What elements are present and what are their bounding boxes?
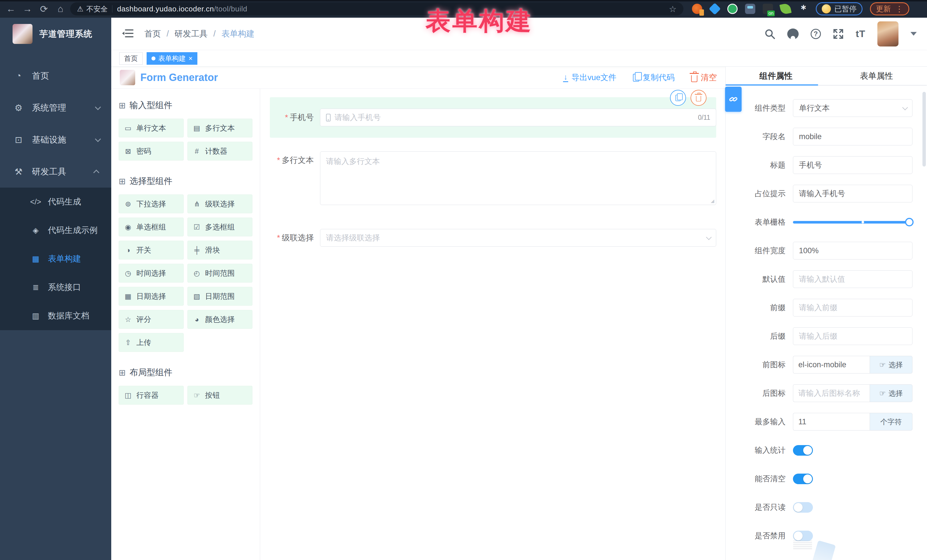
- canvas-field-多行文本[interactable]: *多行文本请输入多行文本◢: [270, 152, 716, 205]
- browser-menu-icon[interactable]: ⋮: [895, 4, 903, 14]
- palette-item-单行文本[interactable]: ▭单行文本: [119, 118, 184, 137]
- user-avatar[interactable]: [877, 21, 898, 47]
- sidebar-item-系统管理[interactable]: ⚙系统管理: [0, 92, 111, 124]
- fullscreen-icon[interactable]: [833, 29, 844, 39]
- paused-extension-pill[interactable]: 已暂停: [816, 2, 863, 15]
- scrollbar-thumb[interactable]: [922, 92, 926, 167]
- palette-item-行容器[interactable]: ◫行容器: [119, 386, 184, 405]
- toggle-输入统计[interactable]: [793, 445, 813, 456]
- select-input[interactable]: 请选择级联选择: [320, 229, 716, 247]
- prop-input-默认值[interactable]: 请输入默认值: [793, 270, 912, 288]
- extension-icon[interactable]: [727, 4, 738, 14]
- 导出vue文件-button[interactable]: ↓导出vue文件: [563, 72, 616, 83]
- prop-input-前图标[interactable]: el-icon-mobile: [793, 356, 870, 373]
- sidebar-subitem-代码生成[interactable]: </>代码生成: [0, 188, 111, 216]
- palette-item-日期选择[interactable]: ▦日期选择: [119, 287, 184, 306]
- github-icon[interactable]: [787, 29, 799, 39]
- palette-item-时间选择[interactable]: ◷时间选择: [119, 264, 184, 282]
- address-bar[interactable]: ⚠ 不安全 dashboard.yudao.iocoder.cn/tool/bu…: [70, 2, 684, 15]
- textarea-input[interactable]: 请输入多行文本◢: [320, 152, 716, 205]
- canvas-field-级联选择[interactable]: *级联选择请选择级联选择: [270, 229, 716, 247]
- extension-icon[interactable]: [709, 3, 721, 15]
- app-logo-row[interactable]: 芋道管理系统: [0, 18, 111, 50]
- prop-input-前缀[interactable]: 请输入前缀: [793, 299, 912, 317]
- delete-field-button[interactable]: [690, 90, 707, 106]
- prop-input-占位提示[interactable]: 请输入手机号: [793, 185, 912, 202]
- user-menu-caret-icon[interactable]: [910, 32, 917, 36]
- 复制代码-button[interactable]: 复制代码: [633, 72, 675, 83]
- back-icon[interactable]: ←: [4, 3, 18, 14]
- prop-input-标题[interactable]: 手机号: [793, 156, 912, 174]
- bookmark-star-icon[interactable]: ☆: [669, 4, 676, 14]
- toggle-能否清空[interactable]: [793, 473, 813, 484]
- palette-item-评分[interactable]: ☆评分: [119, 310, 184, 329]
- palette-item-上传[interactable]: ⇧上传: [119, 333, 184, 352]
- palette-item-多选框组[interactable]: ☑多选框组: [187, 217, 252, 237]
- font-size-icon[interactable]: tT: [856, 28, 865, 39]
- breadcrumb-item[interactable]: 首页: [144, 28, 161, 39]
- duplicate-field-button[interactable]: [670, 90, 686, 106]
- site-security-warning[interactable]: ⚠ 不安全: [77, 4, 108, 14]
- palette-item-下拉选择[interactable]: ⊚下拉选择: [119, 194, 184, 213]
- prop-input-后图标[interactable]: 请输入后图标名称: [793, 384, 870, 402]
- extension-icon[interactable]: [763, 4, 773, 14]
- close-icon[interactable]: ×: [188, 55, 193, 62]
- prop-input-字段名[interactable]: mobile: [793, 128, 912, 146]
- scrollbar[interactable]: [922, 87, 926, 560]
- toggle-是否只读[interactable]: [793, 502, 813, 513]
- sidebar-subitem-表单构建[interactable]: ▦表单构建: [0, 244, 111, 273]
- prop-input-group-前图标: el-icon-mobile☞选择: [793, 356, 912, 373]
- slider-handle[interactable]: [905, 218, 913, 226]
- form-canvas[interactable]: *手机号请输入手机号0/11*多行文本请输入多行文本◢*级联选择请选择级联选择: [260, 89, 725, 560]
- canvas-field-手机号[interactable]: *手机号请输入手机号0/11: [270, 97, 716, 138]
- text-input[interactable]: 请输入手机号0/11: [320, 109, 716, 126]
- prop-input-最多输入[interactable]: 11: [793, 413, 870, 431]
- extension-icon[interactable]: [745, 4, 755, 14]
- extension-icon[interactable]: [692, 4, 702, 14]
- prop-input-后缀[interactable]: 请输入后缀: [793, 327, 912, 345]
- prop-label: 是否只读: [737, 502, 786, 512]
- extension-icon[interactable]: ＊: [798, 4, 808, 14]
- sidebar-item-首页[interactable]: ◔首页: [0, 60, 111, 92]
- append-button-选择[interactable]: ☞选择: [870, 384, 912, 402]
- tab-表单属性[interactable]: 表单属性: [826, 67, 927, 85]
- help-icon[interactable]: ?: [811, 29, 821, 39]
- palette-item-开关[interactable]: ◑开关: [119, 241, 184, 260]
- palette-item-级联选择[interactable]: ⋔级联选择: [187, 194, 252, 213]
- forward-icon[interactable]: →: [21, 3, 34, 14]
- palette-item-按钮[interactable]: ☞按钮: [187, 386, 252, 405]
- tab-组件属性[interactable]: 组件属性: [726, 67, 826, 85]
- palette-item-密码[interactable]: ⊠密码: [119, 142, 184, 161]
- link-handle-button[interactable]: [725, 87, 742, 112]
- prop-input-组件宽度[interactable]: 100%: [793, 242, 912, 260]
- browser-update-button[interactable]: 更新 ⋮: [870, 2, 909, 15]
- sidebar-item-基础设施[interactable]: ⊡基础设施: [0, 124, 111, 156]
- palette-item-滑块[interactable]: ╪滑块: [187, 241, 252, 260]
- prop-control: 手机号: [793, 156, 912, 174]
- palette-item-多行文本[interactable]: ▤多行文本: [187, 118, 252, 137]
- home-icon[interactable]: ⌂: [54, 3, 67, 14]
- palette-item-计数器[interactable]: #计数器: [187, 142, 252, 161]
- tab-首页[interactable]: 首页: [119, 52, 143, 65]
- 清空-button[interactable]: 清空: [691, 72, 717, 83]
- toggle-是否禁用[interactable]: [793, 531, 813, 541]
- breadcrumb-item[interactable]: 研发工具: [175, 28, 208, 39]
- collapse-sidebar-icon[interactable]: [122, 28, 134, 40]
- palette-item-颜色选择[interactable]: ◕颜色选择: [187, 310, 252, 329]
- extension-icon[interactable]: [780, 3, 792, 15]
- palette-item-单选框组[interactable]: ◉单选框组: [119, 217, 184, 237]
- search-icon[interactable]: [764, 29, 775, 39]
- tab-表单构建[interactable]: 表单构建×: [147, 52, 198, 65]
- grid-slider[interactable]: [793, 213, 912, 231]
- palette-item-日期范围[interactable]: ▧日期范围: [187, 287, 252, 306]
- sidebar-subitem-数据库文档[interactable]: ▥数据库文档: [0, 302, 111, 330]
- sidebar-subitem-系统接口[interactable]: ≣系统接口: [0, 273, 111, 302]
- sidebar-item-研发工具[interactable]: ⚒研发工具: [0, 156, 111, 188]
- sidebar-subitem-代码生成示例[interactable]: ◈代码生成示例: [0, 216, 111, 244]
- append-button-选择[interactable]: ☞选择: [870, 356, 912, 373]
- palette-item-时间范围[interactable]: ◴时间范围: [187, 264, 252, 282]
- prop-select-组件类型[interactable]: 单行文本: [793, 99, 912, 117]
- prop-row-占位提示: 占位提示请输入手机号: [737, 185, 912, 202]
- reload-icon[interactable]: ⟳: [37, 3, 51, 15]
- append-button-个字符[interactable]: 个字符: [870, 413, 912, 431]
